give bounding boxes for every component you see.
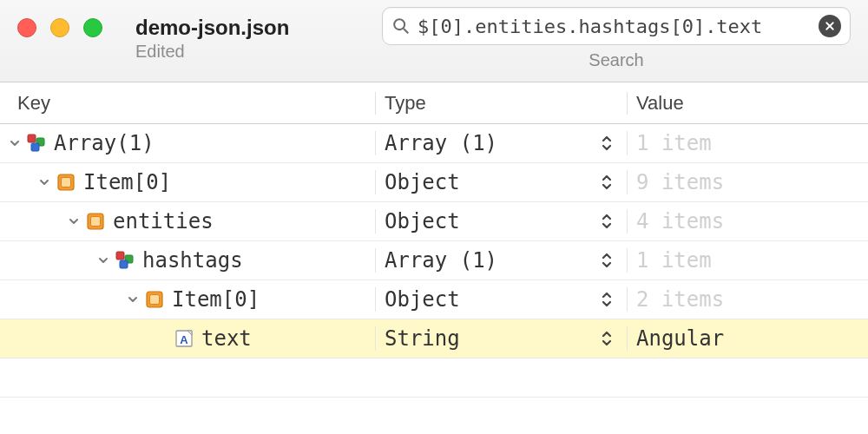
tree-type-label: Array (1) — [385, 131, 497, 155]
tree-key-cell: Item[0] — [0, 287, 375, 312]
tree-value-cell: 1 item — [627, 131, 868, 155]
tree-value-cell: 9 items — [627, 170, 868, 194]
file-title: demo-json.json — [135, 16, 289, 40]
tree-key-label: hashtags — [142, 248, 243, 273]
array-icon — [115, 250, 135, 271]
svg-line-1 — [404, 29, 408, 33]
tree-type-cell[interactable]: Object — [375, 170, 627, 194]
tree-type-label: Array (1) — [385, 248, 497, 273]
tree-type-label: Object — [385, 209, 460, 233]
tree-row[interactable]: Array(1)Array (1)1 item — [0, 124, 868, 163]
tree-row[interactable]: hashtagsArray (1)1 item — [0, 241, 868, 280]
object-icon — [144, 289, 165, 310]
search-clear-button[interactable] — [819, 15, 841, 37]
search-wrap: Search — [382, 7, 851, 70]
title-block: demo-json.json Edited — [135, 16, 289, 62]
object-icon — [56, 172, 76, 193]
chevron-down-icon[interactable] — [7, 137, 23, 149]
search-icon — [391, 16, 411, 36]
chevron-down-icon[interactable] — [95, 254, 111, 266]
search-field[interactable] — [382, 7, 851, 45]
svg-point-0 — [394, 19, 404, 30]
string-icon — [174, 328, 194, 349]
chevron-down-icon[interactable] — [125, 293, 141, 306]
column-header-type[interactable]: Type — [375, 92, 627, 115]
search-label: Search — [382, 50, 851, 70]
tree-type-cell[interactable]: Array (1) — [375, 131, 627, 155]
empty-row — [0, 358, 868, 398]
file-status: Edited — [135, 42, 289, 62]
json-tree: Array(1)Array (1)1 itemItem[0]Object9 it… — [0, 124, 868, 434]
type-dropdown-icon[interactable] — [601, 135, 627, 152]
tree-type-cell[interactable]: String — [375, 326, 627, 351]
traffic-lights — [17, 18, 102, 37]
tree-key-cell: Array(1) — [0, 131, 375, 155]
tree-type-cell[interactable]: Object — [375, 287, 627, 312]
tree-row[interactable]: Item[0]Object2 items — [0, 280, 868, 319]
tree-key-label: entities — [113, 209, 214, 233]
tree-value-cell: 4 items — [627, 209, 868, 233]
tree-key-cell: Item[0] — [0, 170, 375, 194]
tree-row[interactable]: Item[0]Object9 items — [0, 163, 868, 202]
fullscreen-window-button[interactable] — [83, 18, 102, 37]
close-window-button[interactable] — [17, 18, 36, 37]
titlebar: demo-json.json Edited Search — [0, 0, 868, 82]
empty-row — [0, 398, 868, 434]
column-header-key[interactable]: Key — [0, 92, 375, 115]
object-icon — [85, 211, 106, 232]
tree-key-label: Array(1) — [54, 131, 155, 155]
tree-key-cell: hashtags — [0, 248, 375, 273]
tree-key-cell: text — [0, 326, 375, 351]
search-input[interactable] — [418, 16, 819, 37]
type-dropdown-icon[interactable] — [601, 330, 627, 347]
array-icon — [26, 133, 47, 154]
tree-type-cell[interactable]: Object — [375, 209, 627, 233]
tree-value-cell: 2 items — [627, 287, 868, 312]
minimize-window-button[interactable] — [50, 18, 69, 37]
tree-type-label: String — [385, 326, 460, 351]
chevron-down-icon[interactable] — [36, 176, 52, 188]
column-headers: Key Type Value — [0, 82, 868, 124]
type-dropdown-icon[interactable] — [601, 291, 627, 308]
type-dropdown-icon[interactable] — [601, 252, 627, 269]
tree-type-label: Object — [385, 287, 460, 312]
tree-row[interactable]: textStringAngular — [0, 319, 868, 358]
tree-key-label: Item[0] — [83, 170, 171, 194]
type-dropdown-icon[interactable] — [601, 213, 627, 230]
tree-key-label: Item[0] — [172, 287, 260, 312]
tree-type-label: Object — [385, 170, 460, 194]
tree-value-cell: 1 item — [627, 248, 868, 273]
tree-value-cell[interactable]: Angular — [627, 326, 868, 351]
tree-type-cell[interactable]: Array (1) — [375, 248, 627, 273]
type-dropdown-icon[interactable] — [601, 174, 627, 191]
column-header-value[interactable]: Value — [627, 92, 868, 115]
tree-key-label: text — [201, 326, 252, 351]
tree-key-cell: entities — [0, 209, 375, 233]
tree-row[interactable]: entitiesObject4 items — [0, 202, 868, 241]
chevron-down-icon[interactable] — [66, 215, 82, 227]
